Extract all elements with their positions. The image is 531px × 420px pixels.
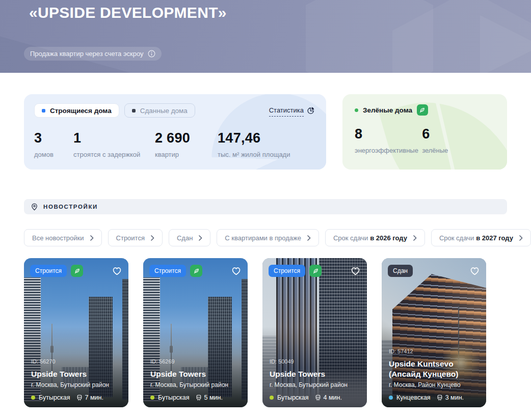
card-address: г. Москва, Бутырский район <box>150 381 243 388</box>
metro-row: Кунцевская 3 мин. <box>389 394 481 401</box>
metro-name: Кунцевская <box>396 394 431 401</box>
leaf-badge-icon <box>417 104 428 116</box>
info-icon[interactable] <box>148 50 155 58</box>
statistics-link[interactable]: Статистика <box>269 106 315 117</box>
green-panel-title: Зелёные дома <box>363 106 412 114</box>
card-id: ID: 56269 <box>150 358 243 365</box>
property-cards-row: Строится ID: 56270 Upside Towers г. Моск… <box>24 258 507 407</box>
property-card[interactable]: Строится ID: 56269 Upside Towers г. Моск… <box>143 258 248 407</box>
stat-label: зелёные <box>422 147 495 154</box>
card-badges: Строится <box>269 265 361 277</box>
filter-deadline-2027[interactable]: Срок сдачив 2027 году <box>431 229 531 246</box>
favorite-button[interactable] <box>231 266 242 276</box>
filter-under-construction[interactable]: Строится <box>108 229 163 246</box>
stat-label: строятся с задержкой <box>73 151 155 158</box>
walk-time: 4 мин. <box>315 394 342 401</box>
filter-label: Все новостройки <box>32 234 84 242</box>
walk-time: 5 мин. <box>196 394 223 401</box>
stat-green: 6 зелёные <box>422 126 495 154</box>
stat-label: тыс. м² жилой площади <box>218 151 290 158</box>
stat-value: 8 <box>355 126 422 142</box>
chevron-right-icon <box>307 235 311 241</box>
card-address: г. Москва, Бутырский район <box>270 381 362 388</box>
status-badge: Сдан <box>388 265 413 277</box>
heart-icon <box>469 266 480 276</box>
filter-label: Срок сдачив 2027 году <box>439 234 513 242</box>
page-content: Строящиеся дома Сданные дома Статистика … <box>0 94 531 407</box>
hero-banner: «UPSIDE DEVELOPMENT» Продажа квартир чер… <box>0 0 531 73</box>
property-card[interactable]: Строится ID: 50049 Upside Towers г. Моск… <box>262 258 367 407</box>
tab-dot <box>132 109 136 113</box>
card-badges: Строится <box>149 265 242 277</box>
tab-dot <box>42 109 45 113</box>
walk-time: 3 мин. <box>437 394 464 401</box>
green-house-badge <box>190 265 202 277</box>
tab-label: Сданные дома <box>140 107 188 115</box>
chevron-right-icon <box>198 235 202 241</box>
section-title: НОВОСТРОЙКИ <box>43 204 98 210</box>
favorite-button[interactable] <box>112 266 122 276</box>
escrow-badge[interactable]: Продажа квартир через счета эскроу <box>24 47 162 61</box>
card-info: ID: 57412 Upside Kuntsevo (Апсайд Кунцев… <box>389 348 481 401</box>
chevron-right-icon <box>90 235 94 241</box>
tab-building-houses[interactable]: Строящиеся дома <box>34 103 119 118</box>
filter-deadline-2026[interactable]: Срок сдачив 2026 году <box>325 229 425 246</box>
status-badge: Строится <box>149 265 186 277</box>
heart-icon <box>112 266 122 276</box>
card-address: г. Москва, Район Кунцево <box>389 381 481 388</box>
green-houses-panel: Зелёные дома 8 энергоэффективные 6 зелён… <box>342 94 507 170</box>
card-badges: Строится <box>30 265 122 277</box>
filter-label: С квартирами в продаже <box>225 234 301 242</box>
card-id: ID: 50049 <box>270 358 362 365</box>
green-house-badge <box>71 265 83 277</box>
filter-completed[interactable]: Сдан <box>169 229 210 246</box>
walk-time: 7 мин. <box>76 394 103 401</box>
metro-name: Бутырская <box>158 394 190 401</box>
card-title: Upside Towers <box>150 369 243 379</box>
filter-label: Строится <box>116 234 145 242</box>
property-card[interactable]: Сдан ID: 57412 Upside Kuntsevo (Апсайд К… <box>382 258 486 407</box>
filter-apartments-on-sale[interactable]: С квартирами в продаже <box>217 229 319 246</box>
metro-line-dot <box>389 396 393 400</box>
status-badge: Строится <box>30 265 67 277</box>
heart-icon <box>350 266 361 276</box>
stat-energy-efficient: 8 энергоэффективные <box>355 126 422 154</box>
walk-minutes: 5 мин. <box>204 394 223 401</box>
metro-line-dot <box>31 396 35 400</box>
property-card[interactable]: Строится ID: 56270 Upside Towers г. Моск… <box>24 258 128 407</box>
stat-label: энергоэффективные <box>355 147 422 154</box>
card-title: Upside Towers <box>31 369 123 379</box>
status-badge: Строится <box>269 265 305 277</box>
transit-icon <box>76 395 83 401</box>
heart-icon <box>231 266 242 276</box>
stat-delayed: 1 строятся с задержкой <box>73 130 155 158</box>
metro-name: Бутырская <box>277 394 309 401</box>
chevron-right-icon <box>519 235 523 241</box>
stat-value: 147,46 <box>218 130 290 146</box>
green-stats: 8 энергоэффективные 6 зелёные <box>355 126 495 154</box>
stat-value: 2 690 <box>155 130 218 146</box>
escrow-badge-label: Продажа квартир через счета эскроу <box>30 50 144 58</box>
developer-title: «UPSIDE DEVELOPMENT» <box>29 4 227 21</box>
walk-minutes: 4 мин. <box>324 394 342 401</box>
metro-name: Бутырская <box>39 394 70 401</box>
filter-label: Срок сдачив 2026 году <box>333 234 407 242</box>
walk-minutes: 3 мин. <box>445 394 464 401</box>
stat-living-area: 147,46 тыс. м² жилой площади <box>218 130 290 158</box>
card-id: ID: 56270 <box>31 358 123 365</box>
chevron-right-icon <box>150 235 154 241</box>
newbuildings-section-header: НОВОСТРОЙКИ <box>24 199 507 214</box>
green-dot <box>355 108 358 112</box>
transit-icon <box>315 395 321 401</box>
green-panel-header: Зелёные дома <box>355 104 495 116</box>
favorite-button[interactable] <box>469 266 480 276</box>
statistics-link-label: Статистика <box>269 106 304 117</box>
tab-completed-houses[interactable]: Сданные дома <box>124 103 195 118</box>
chevron-right-icon <box>413 235 417 241</box>
favorite-button[interactable] <box>350 266 361 276</box>
walk-minutes: 7 мин. <box>85 394 103 401</box>
filter-all-newbuildings[interactable]: Все новостройки <box>24 229 102 246</box>
pie-chart-icon <box>307 106 315 115</box>
card-info: ID: 50049 Upside Towers г. Москва, Бутыр… <box>270 358 362 401</box>
filter-label: Сдан <box>177 234 193 242</box>
